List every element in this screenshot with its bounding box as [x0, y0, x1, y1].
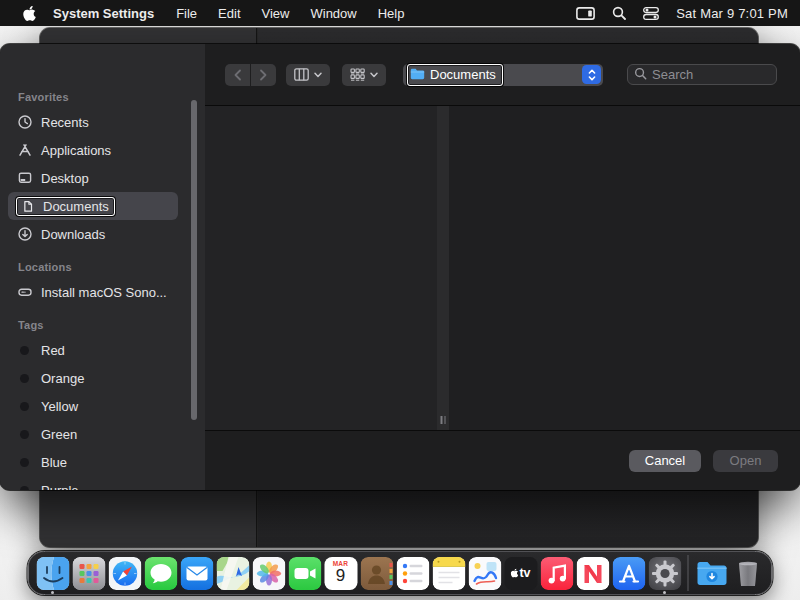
dock-safari[interactable] — [107, 551, 143, 595]
sidebar-item-documents[interactable]: Documents — [8, 192, 178, 220]
dock-contacts[interactable] — [359, 551, 395, 595]
finder-icon — [36, 557, 69, 590]
applications-icon — [16, 142, 33, 158]
column-browser — [205, 105, 800, 430]
popup-value: Documents — [430, 67, 496, 82]
dock-messages[interactable] — [143, 551, 179, 595]
sidebar-section-favorites: Favorites — [0, 86, 205, 108]
column-resize-handle[interactable] — [441, 416, 446, 424]
popup-stepper-icon[interactable] — [582, 65, 601, 84]
sidebar-item-label: Yellow — [41, 399, 78, 414]
sidebar-item-tag-red[interactable]: Red — [0, 336, 205, 364]
forward-button[interactable] — [251, 64, 276, 86]
sidebar-item-label: Install macOS Sono... — [41, 285, 167, 300]
calendar-day: 9 — [336, 567, 345, 585]
dock-maps[interactable] — [215, 551, 251, 595]
messages-icon — [144, 557, 177, 590]
menu-window[interactable]: Window — [310, 6, 356, 21]
dock-mail[interactable] — [179, 551, 215, 595]
search-field[interactable] — [627, 64, 777, 85]
sidebar-item-install-macos[interactable]: Install macOS Sono... — [0, 278, 205, 306]
finder-running-indicator — [51, 591, 54, 594]
external-drive-icon — [16, 284, 33, 300]
system-settings-icon — [648, 557, 681, 590]
sidebar-item-tag-orange[interactable]: Orange — [0, 364, 205, 392]
file-open-dialog: Favorites Recents Applications Desktop — [0, 44, 800, 490]
blue-folder-icon — [410, 66, 425, 84]
dock-tv[interactable]: tv — [503, 551, 539, 595]
dock-calendar[interactable]: MAR 9 — [323, 551, 359, 595]
sidebar-item-downloads[interactable]: Downloads — [0, 220, 205, 248]
calendar-icon: MAR 9 — [324, 557, 357, 590]
menu-help[interactable]: Help — [378, 6, 405, 21]
menu-edit[interactable]: Edit — [218, 6, 240, 21]
menu-view[interactable]: View — [262, 6, 290, 21]
dock-trash[interactable] — [730, 551, 766, 595]
apple-menu-icon[interactable] — [22, 5, 37, 22]
popup-focus-ring: Documents — [407, 64, 503, 86]
dock-finder[interactable] — [35, 551, 71, 595]
safari-icon — [108, 557, 141, 590]
dock-music[interactable] — [539, 551, 575, 595]
freeform-icon — [468, 557, 501, 590]
launchpad-icon — [72, 557, 105, 590]
dock-system-settings[interactable] — [647, 551, 683, 595]
documents-focus-ring: Documents — [16, 197, 115, 216]
sidebar-item-label: Orange — [41, 371, 84, 386]
sidebar-item-label: Recents — [41, 115, 89, 130]
active-app-name[interactable]: System Settings — [53, 6, 154, 21]
dock-launchpad[interactable] — [71, 551, 107, 595]
sidebar-item-desktop[interactable]: Desktop — [0, 164, 205, 192]
column-pane-2[interactable] — [449, 106, 800, 430]
menu-bar: System Settings File Edit View Window He… — [0, 0, 800, 26]
cancel-button[interactable]: Cancel — [629, 450, 701, 472]
sidebar-item-tag-yellow[interactable]: Yellow — [0, 392, 205, 420]
dock-news[interactable] — [575, 551, 611, 595]
facetime-icon — [288, 557, 321, 590]
column-view-icon — [294, 68, 309, 81]
dialog-sidebar: Favorites Recents Applications Desktop — [0, 44, 205, 490]
back-button[interactable] — [225, 64, 250, 86]
dock: MAR 9 tv — [28, 551, 773, 595]
search-input[interactable] — [652, 67, 770, 82]
control-center-icon[interactable] — [643, 7, 659, 20]
dock-app-store[interactable] — [611, 551, 647, 595]
sidebar-item-label: Purple — [41, 483, 79, 491]
sidebar-item-applications[interactable]: Applications — [0, 136, 205, 164]
menu-file[interactable]: File — [176, 6, 197, 21]
group-view-button[interactable] — [342, 64, 386, 86]
dialog-toolbar: Documents — [205, 44, 800, 105]
app-store-icon — [612, 557, 645, 590]
sidebar-item-label: Downloads — [41, 227, 105, 242]
dialog-content: Documents Cancel — [205, 44, 800, 490]
spotlight-search-icon[interactable] — [612, 6, 626, 20]
sidebar-item-recents[interactable]: Recents — [0, 108, 205, 136]
group-view-icon — [350, 68, 365, 81]
location-popup[interactable]: Documents — [403, 64, 603, 86]
trash-icon — [731, 557, 764, 590]
sidebar-item-tag-blue[interactable]: Blue — [0, 448, 205, 476]
sidebar-scrollbar[interactable] — [191, 100, 197, 420]
menu-bar-clock[interactable]: Sat Mar 9 7:01 PM — [676, 6, 788, 21]
screen-mirroring-icon[interactable] — [576, 7, 595, 20]
dock-notes[interactable] — [431, 551, 467, 595]
reminders-icon — [396, 557, 429, 590]
dock-photos[interactable] — [251, 551, 287, 595]
desktop-icon — [16, 170, 33, 186]
sidebar-section-locations: Locations — [0, 256, 205, 278]
sidebar-item-tag-green[interactable]: Green — [0, 420, 205, 448]
tag-dot-green-icon — [16, 430, 33, 439]
column-view-button[interactable] — [286, 64, 330, 86]
dock-freeform[interactable] — [467, 551, 503, 595]
chevron-down-icon — [370, 72, 378, 78]
dock-reminders[interactable] — [395, 551, 431, 595]
dock-facetime[interactable] — [287, 551, 323, 595]
photos-icon — [252, 557, 285, 590]
dock-downloads[interactable] — [694, 551, 730, 595]
sidebar-item-label: Applications — [41, 143, 111, 158]
sidebar-item-label: Green — [41, 427, 77, 442]
tv-icon: tv — [504, 557, 537, 590]
sidebar-item-tag-purple[interactable]: Purple — [0, 476, 205, 490]
column-pane-1[interactable] — [205, 106, 437, 430]
open-button[interactable]: Open — [713, 450, 778, 472]
